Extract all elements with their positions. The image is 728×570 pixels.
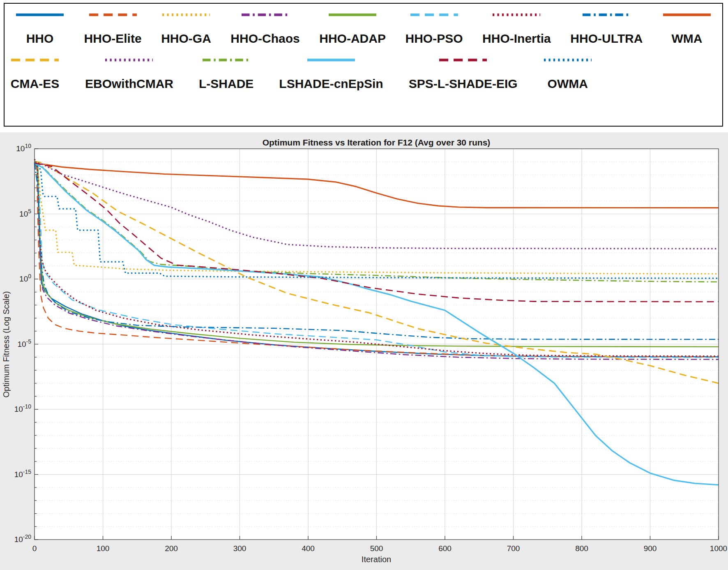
legend-line-sample xyxy=(492,13,541,17)
legend-label: HHO-Inertia xyxy=(482,32,551,46)
legend-box: HHOHHO-EliteHHO-GAHHO-ChaosHHO-ADAPHHO-P… xyxy=(4,3,723,127)
legend-item-hho-ultra: HHO-ULTRA xyxy=(570,13,643,46)
x-axis-label: Iteration xyxy=(362,555,391,564)
x-tick-label: 800 xyxy=(575,544,588,553)
legend-line-sample xyxy=(662,13,712,17)
legend-item-owma: OWMA xyxy=(543,58,592,91)
legend-line-sample xyxy=(161,13,211,17)
legend-item-cma-es: CMA-ES xyxy=(10,58,60,91)
legend-item-hho-chaos: HHO-Chaos xyxy=(230,13,299,46)
x-tick-label: 100 xyxy=(97,544,110,553)
legend-label: LSHADE-cnEpSin xyxy=(279,77,383,91)
x-tick-label: 600 xyxy=(438,544,452,553)
figure-area: 0100200300400500600700800900100010101051… xyxy=(0,132,728,570)
legend-line-sample xyxy=(328,13,377,17)
legend-line-sample xyxy=(438,58,488,62)
legend-item-lshade-cnepsin: LSHADE-cnEpSin xyxy=(279,58,383,91)
legend-line-sample xyxy=(582,13,631,17)
x-tick-label: 500 xyxy=(370,544,383,553)
legend-line-sample xyxy=(88,13,138,17)
figure-window: { "legend": { "rows": [ [ {"label":"HHO"… xyxy=(0,0,728,570)
legend-item-hho-elite: HHO-Elite xyxy=(84,13,142,46)
legend-line-sample xyxy=(15,13,65,17)
legend-label: HHO xyxy=(26,32,54,46)
legend-item-hho-inertia: HHO-Inertia xyxy=(482,13,551,46)
fitness-chart: 0100200300400500600700800900100010101051… xyxy=(0,132,728,570)
y-axis-label: Optimum Fitness (Log Scale) xyxy=(2,291,11,398)
legend-row-1: HHOHHO-EliteHHO-GAHHO-ChaosHHO-ADAPHHO-P… xyxy=(5,4,722,46)
legend-line-sample xyxy=(241,13,290,17)
legend-item-sps-l-shade-eig: SPS-L-SHADE-EIG xyxy=(409,58,518,91)
legend-label: L-SHADE xyxy=(199,77,253,91)
x-tick-label: 700 xyxy=(507,544,520,553)
legend-label: HHO-Elite xyxy=(84,32,142,46)
legend-item-hho: HHO xyxy=(15,13,65,46)
legend-item-l-shade: L-SHADE xyxy=(199,58,253,91)
legend-label: OWMA xyxy=(548,77,588,91)
legend-label: HHO-GA xyxy=(161,32,211,46)
legend-label: HHO-ADAP xyxy=(319,32,386,46)
x-tick-label: 1000 xyxy=(710,544,727,553)
x-tick-label: 300 xyxy=(233,544,247,553)
legend-label: EBOwithCMAR xyxy=(85,77,173,91)
x-tick-label: 0 xyxy=(32,544,37,553)
legend-label: HHO-PSO xyxy=(405,32,463,46)
legend-line-sample xyxy=(104,58,154,62)
legend-label: CMA-ES xyxy=(11,77,59,91)
legend-line-sample xyxy=(10,58,60,62)
x-tick-label: 400 xyxy=(302,544,315,553)
chart-title: Optimum Fitness vs Iteration for F12 (Av… xyxy=(263,138,491,147)
legend-line-sample xyxy=(306,58,356,62)
legend-item-wma: WMA xyxy=(662,13,712,46)
legend-label: SPS-L-SHADE-EIG xyxy=(409,77,518,91)
legend-item-hho-ga: HHO-GA xyxy=(161,13,211,46)
legend-label: HHO-Chaos xyxy=(230,32,299,46)
legend-line-sample xyxy=(543,58,592,62)
legend-item-ebowithcmar: EBOwithCMAR xyxy=(85,58,173,91)
legend-line-sample xyxy=(410,13,459,17)
x-tick-label: 900 xyxy=(644,544,657,553)
legend-item-hho-pso: HHO-PSO xyxy=(405,13,463,46)
legend-row-2: CMA-ESEBOwithCMARL-SHADELSHADE-cnEpSinSP… xyxy=(5,46,722,91)
legend-line-sample xyxy=(202,58,251,62)
legend-item-hho-adap: HHO-ADAP xyxy=(319,13,386,46)
x-tick-label: 200 xyxy=(165,544,178,553)
legend-label: WMA xyxy=(671,32,702,46)
legend-label: HHO-ULTRA xyxy=(570,32,643,46)
